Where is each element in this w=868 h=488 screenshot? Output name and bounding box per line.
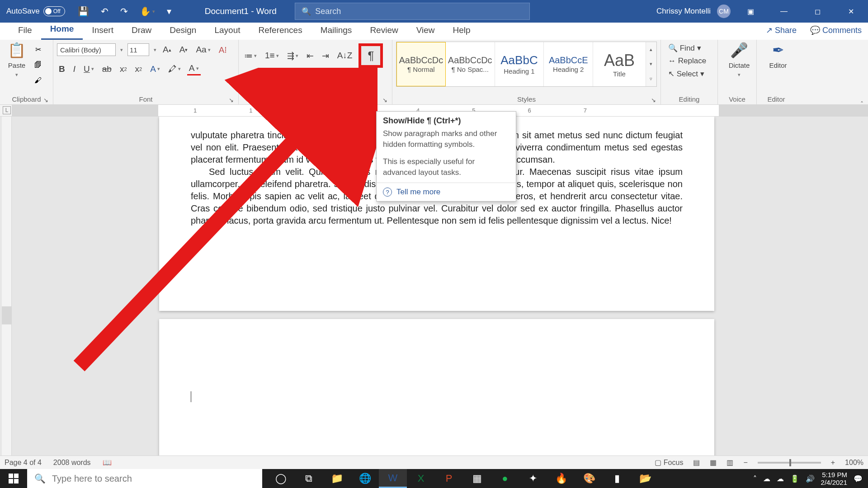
justify-icon[interactable]: ≣ [282,74,292,86]
superscript-button[interactable]: x2 [133,63,144,75]
increase-indent-icon[interactable]: ⇥ [320,50,331,62]
autosave-toggle[interactable]: AutoSave Off [0,6,71,16]
change-case-icon[interactable]: Aa [194,44,212,56]
web-layout-icon[interactable]: ▥ [726,458,733,467]
proofing-icon[interactable]: 📖 [103,458,112,467]
tab-draw[interactable]: Draw [123,22,160,40]
underline-button[interactable]: U [82,63,96,75]
search-input[interactable] [315,7,523,16]
replace-button[interactable]: ↔ Replace [668,56,710,66]
excel-icon[interactable]: X [407,469,435,488]
paste-button[interactable]: 📋 Paste ▾ [4,42,30,78]
grow-font-icon[interactable]: A▴ [161,44,173,56]
numbering-icon[interactable]: 1≡ [263,50,281,61]
calculator-icon[interactable]: ▦ [463,469,491,488]
comments-button[interactable]: 💬 Comments [810,25,862,35]
italic-button[interactable]: I [71,63,77,75]
tab-mailings[interactable]: Mailings [311,22,361,40]
close-icon[interactable]: ✕ [837,0,864,23]
tab-references[interactable]: References [250,22,311,40]
style-heading-1[interactable]: AaBbCHeading 1 [495,42,544,86]
notifications-icon[interactable]: 💬 [854,474,863,483]
minimize-icon[interactable]: ― [770,0,797,23]
text-effects-icon[interactable]: A [148,63,162,75]
vertical-ruler[interactable] [2,117,12,469]
highlight-icon[interactable]: 🖍 [166,63,183,75]
format-painter-icon[interactable]: 🖌 [33,75,43,85]
page-next[interactable] [159,319,714,469]
line-spacing-icon[interactable]: ‡≡ [297,75,315,86]
read-mode-icon[interactable]: ▤ [693,458,700,467]
maximize-icon[interactable]: ◻ [804,0,831,23]
zoom-out-icon[interactable]: − [743,459,747,467]
launcher-icon[interactable]: ↘ [651,97,656,103]
tab-design[interactable]: Design [160,22,205,40]
volume-icon[interactable]: 🔊 [806,474,815,483]
onedrive-icon[interactable]: ☁ [763,474,770,483]
toggle-pill[interactable]: Off [43,6,65,16]
tab-insert[interactable]: Insert [83,22,123,40]
clear-formatting-icon[interactable]: A⁞ [217,44,229,56]
select-button[interactable]: ↖ Select ▾ [668,69,710,79]
bold-button[interactable]: B [57,63,67,75]
launcher-icon[interactable]: ↘ [382,97,387,103]
powerpoint-icon[interactable]: P [435,469,463,488]
sort-icon[interactable]: A↓Z [335,50,354,61]
avatar[interactable]: CM [717,5,731,18]
zoom-in-icon[interactable]: + [831,459,835,467]
font-name-combo[interactable]: Calibri (Body) [57,43,116,56]
launcher-icon[interactable]: ↘ [229,97,234,103]
style-title[interactable]: AaBTitle [593,42,646,86]
save-icon[interactable]: 💾 [76,5,91,18]
search-box[interactable]: 🔍 [295,3,530,20]
tab-file[interactable]: File [9,22,41,40]
battery-icon[interactable]: 🔋 [790,474,799,483]
app-icon-3[interactable]: ▮ [603,469,631,488]
show-hide-button[interactable]: ¶ [359,43,383,68]
redo-icon[interactable]: ↷ [118,5,130,18]
tab-home[interactable]: Home [41,20,83,40]
touch-mode-icon[interactable]: ✋ [138,5,157,18]
share-button[interactable]: Share [766,25,797,35]
dictate-button[interactable]: 🎤 Dictate ▾ [722,42,757,78]
borders-icon[interactable]: ▦ [340,74,355,86]
clock[interactable]: 5:19 PM 2/4/2021 [821,471,847,486]
undo-icon[interactable]: ↶ [99,5,110,18]
copy-icon[interactable]: 🗐 [33,60,43,70]
launcher-icon[interactable]: ↘ [43,97,48,103]
cut-icon[interactable]: ✂ [33,44,43,55]
tab-layout[interactable]: Layout [205,22,249,40]
gallery-scroll[interactable]: ▴▾▿ [646,42,656,86]
editor-button[interactable]: ✒ Editor [760,42,796,69]
ribbon-display-icon[interactable]: ▣ [737,0,764,23]
decrease-indent-icon[interactable]: ⇤ [305,50,316,62]
start-button[interactable] [0,469,27,488]
app-icon[interactable]: ✦ [519,469,547,488]
tab-help[interactable]: Help [444,22,480,40]
focus-mode[interactable]: ▢ Focus [655,458,683,467]
chrome-icon[interactable]: 🌐 [351,469,379,488]
font-color-icon[interactable]: A [187,62,201,75]
file-explorer-icon[interactable]: 📁 [323,469,351,488]
subscript-button[interactable]: x2 [118,63,129,75]
strikethrough-button[interactable]: ab [100,63,113,75]
page-indicator[interactable]: Page 4 of 4 [5,459,42,467]
bullets-icon[interactable]: ≔ [242,50,259,62]
style-normal[interactable]: AaBbCcDc¶ Normal [396,42,446,86]
cortana-icon[interactable]: ◯ [267,469,295,488]
weather-icon[interactable]: ☁ [777,474,784,483]
tab-view[interactable]: View [407,22,444,40]
word-count[interactable]: 2008 words [53,459,91,467]
zoom-level[interactable]: 100% [845,459,863,467]
task-view-icon[interactable]: ⧉ [295,469,323,488]
tray-chevron-icon[interactable]: ˄ [753,474,757,483]
font-size-combo[interactable]: 11 [127,43,149,56]
tab-selector[interactable]: L [3,106,11,114]
word-icon[interactable]: W [379,469,407,488]
shading-icon[interactable]: ◪ [319,74,335,86]
zoom-slider[interactable] [758,462,821,464]
print-layout-icon[interactable]: ▦ [710,458,717,467]
find-button[interactable]: 🔍 Find ▾ [668,43,710,53]
taskbar-search[interactable]: 🔍 Type here to search [27,469,262,488]
style-no-spacing[interactable]: AaBbCcDc¶ No Spac... [446,42,495,86]
